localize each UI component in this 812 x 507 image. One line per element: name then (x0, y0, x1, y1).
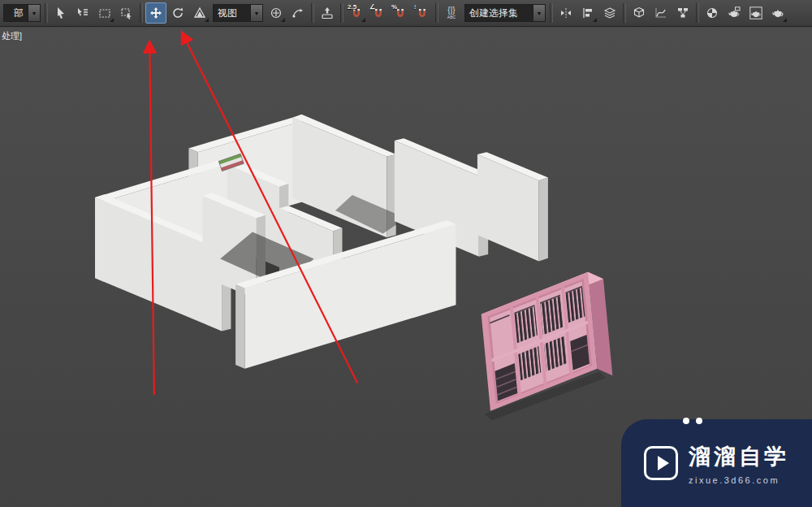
named-selection-set-value: 创建选择集 (465, 5, 533, 21)
window-crossing-toggle-button[interactable] (116, 2, 137, 24)
decorative-dot (696, 418, 702, 424)
reference-coordinate-dropdown[interactable]: 视图 ▼ (213, 4, 263, 22)
select-by-name-icon (76, 6, 89, 20)
graphite-cube-icon (633, 6, 646, 20)
toolbar-separator (696, 3, 699, 23)
wardrobe-model (482, 272, 613, 420)
watermark-brand: 溜溜自学 (689, 442, 789, 471)
named-selection-sets-icon: {|} ABC (447, 6, 456, 20)
align-icon (581, 6, 594, 20)
rectangular-selection-region-button[interactable] (94, 2, 115, 24)
selection-region-icon (98, 6, 111, 20)
selection-filter-value: 部 (4, 5, 28, 21)
3dsmax-application-window: { "toolbar": { "selection_filter": "部", … (0, 0, 812, 507)
toolbar-separator (435, 3, 438, 23)
apartment-wall-model (95, 115, 548, 369)
select-and-scale-button[interactable] (189, 2, 210, 24)
cursor-icon (54, 6, 67, 20)
watermark-site: zixue.3d66.com (689, 475, 789, 485)
magnet-icon (372, 6, 385, 20)
named-selection-set-dropdown[interactable]: 创建选择集 ▼ (464, 4, 546, 22)
viewport-status-label: 处理] (2, 30, 22, 42)
move-icon (149, 6, 162, 20)
select-and-manipulate-button[interactable] (287, 2, 309, 24)
layer-manager-button[interactable] (599, 2, 620, 24)
rotate-icon (171, 6, 184, 20)
render-production-button[interactable] (767, 2, 788, 24)
select-and-rotate-button[interactable] (167, 2, 188, 24)
angle-snap-toggle-button[interactable]: ∠ (368, 2, 389, 24)
material-editor-button[interactable] (702, 2, 723, 24)
magnet-icon (416, 6, 429, 20)
schematic-view-icon (676, 6, 689, 20)
pivot-center-icon (270, 6, 283, 20)
curve-editor-button[interactable] (650, 2, 672, 24)
select-by-name-button[interactable] (72, 2, 93, 24)
toolbar-separator (140, 3, 143, 23)
select-object-button[interactable] (50, 2, 71, 24)
toolbar-separator (623, 3, 626, 23)
reference-coordinate-value: 视图 (214, 5, 250, 21)
window-crossing-icon (120, 6, 133, 20)
mirror-button[interactable] (555, 2, 577, 24)
manipulate-icon (292, 6, 304, 20)
chevron-down-icon: ▼ (28, 5, 40, 21)
scale-icon (193, 6, 206, 20)
chevron-down-icon: ▼ (533, 5, 545, 21)
render-setup-teapot-icon (728, 6, 741, 20)
rendered-frame-window-button[interactable] (745, 2, 767, 24)
chevron-down-icon: ▼ (250, 5, 262, 21)
play-icon (644, 446, 678, 480)
schematic-view-button[interactable] (672, 2, 693, 24)
render-setup-button[interactable] (723, 2, 745, 24)
mirror-icon (559, 6, 572, 20)
graphite-modeling-tools-button[interactable] (628, 2, 650, 24)
decorative-dot (683, 418, 689, 424)
edit-named-selection-sets-button[interactable]: {|} ABC (441, 2, 462, 24)
align-button[interactable] (577, 2, 598, 24)
layers-icon (603, 6, 616, 20)
curve-editor-icon (654, 6, 667, 20)
toolbar-separator (311, 3, 314, 23)
watermark-badge: 溜溜自学 zixue.3d66.com (621, 419, 812, 507)
toolbar-separator (550, 3, 553, 23)
toolbar-separator (340, 3, 343, 23)
snaps-toggle-button[interactable]: 2.5 (346, 2, 367, 24)
magnet-icon (394, 6, 407, 20)
toolbar-separator (45, 3, 48, 23)
use-pivot-point-center-button[interactable] (266, 2, 287, 24)
render-teapot-icon (771, 6, 784, 20)
material-sphere-icon (706, 6, 719, 20)
select-and-move-button[interactable] (145, 2, 166, 24)
keyboard-override-toggle-button[interactable] (317, 2, 338, 24)
rendered-frame-teapot-icon (749, 6, 762, 20)
magnet-icon (350, 6, 363, 20)
spinner-snap-toggle-button[interactable]: ↕ (412, 2, 433, 24)
keyboard-override-icon (321, 6, 334, 20)
main-toolbar: 部 ▼ 视图 ▼ 2.5 ∠ (0, 0, 812, 27)
selection-filter-dropdown[interactable]: 部 ▼ (3, 4, 41, 22)
percent-snap-toggle-button[interactable]: % (390, 2, 411, 24)
